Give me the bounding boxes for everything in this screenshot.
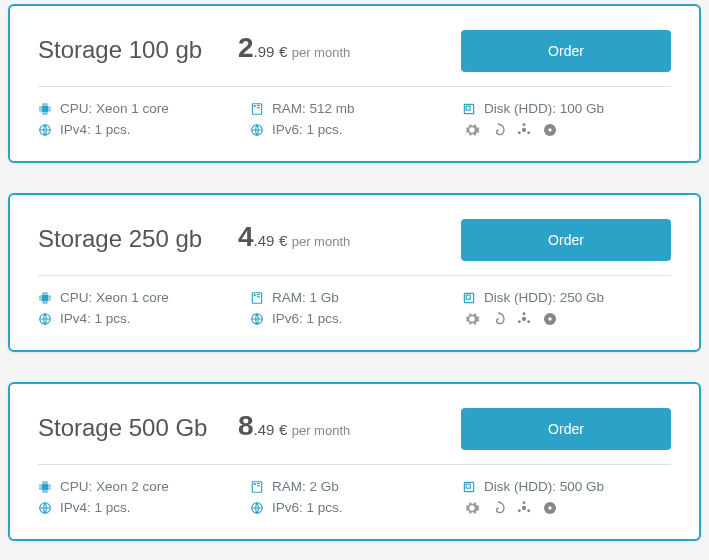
spec-ipv6: IPv6: 1 pcs. <box>250 122 462 137</box>
os-icons <box>462 311 671 327</box>
svg-point-29 <box>548 317 551 320</box>
ubuntu-icon <box>516 500 532 516</box>
spec-ram: RAM: 2 Gb <box>250 479 462 494</box>
price-decimal: .49 <box>254 232 275 249</box>
globe-icon <box>38 123 52 137</box>
svg-rect-23 <box>466 295 470 299</box>
globe-icon <box>250 501 264 515</box>
cpu-icon <box>38 291 52 305</box>
globe-icon <box>38 501 52 515</box>
spec-ipv6-text: IPv6: 1 pcs. <box>272 311 343 326</box>
plan-card: Storage 100 gb 2.99 € per month Order CP… <box>8 4 701 163</box>
plan-price: 4.49 € per month <box>238 219 438 253</box>
svg-point-39 <box>522 506 526 510</box>
svg-rect-30 <box>42 483 49 490</box>
svg-rect-15 <box>42 294 49 301</box>
spec-ipv4: IPv4: 1 pcs. <box>38 122 250 137</box>
plan-title: Storage 250 gb <box>38 219 238 253</box>
spec-ipv4-text: IPv4: 1 pcs. <box>60 122 131 137</box>
debian-icon <box>490 500 506 516</box>
spec-cpu-text: CPU: Xeon 1 core <box>60 101 169 116</box>
price-decimal: .99 <box>254 43 275 60</box>
price-decimal: .49 <box>254 421 275 438</box>
spec-cpu: CPU: Xeon 1 core <box>38 290 250 305</box>
spec-cpu-text: CPU: Xeon 1 core <box>60 290 169 305</box>
plan-specs: CPU: Xeon 1 core IPv4: 1 pcs. RAM: 512 m… <box>38 101 671 143</box>
svg-point-26 <box>527 320 530 323</box>
plan-price: 8.49 € per month <box>238 408 438 442</box>
plan-price: 2.99 € per month <box>238 30 438 64</box>
svg-point-40 <box>523 501 526 504</box>
gear-icon <box>464 122 480 138</box>
spec-disk: Disk (HDD): 500 Gb <box>462 479 671 494</box>
spec-cpu-text: CPU: Xeon 2 core <box>60 479 169 494</box>
plan-header: Storage 250 gb 4.49 € per month Order <box>38 219 671 276</box>
plan-title: Storage 500 Gb <box>38 408 238 442</box>
price-whole: 4 <box>238 221 254 252</box>
debian-icon <box>490 122 506 138</box>
disc-icon <box>542 500 558 516</box>
plan-specs: CPU: Xeon 1 core IPv4: 1 pcs. RAM: 1 Gb … <box>38 290 671 332</box>
order-button[interactable]: Order <box>461 30 671 72</box>
spec-ipv6-text: IPv6: 1 pcs. <box>272 500 343 515</box>
disc-icon <box>542 311 558 327</box>
disk-icon <box>462 291 476 305</box>
disk-icon <box>462 102 476 116</box>
svg-point-33 <box>254 483 255 484</box>
spec-ipv4: IPv4: 1 pcs. <box>38 311 250 326</box>
plan-card: Storage 500 Gb 8.49 € per month Order CP… <box>8 382 701 541</box>
svg-point-11 <box>527 131 530 134</box>
price-whole: 2 <box>238 32 254 63</box>
price-currency: € <box>279 232 287 249</box>
svg-point-9 <box>522 128 526 132</box>
svg-point-42 <box>518 509 521 512</box>
spec-ram-text: RAM: 512 mb <box>272 101 355 116</box>
svg-point-12 <box>518 131 521 134</box>
svg-point-44 <box>548 506 551 509</box>
order-button[interactable]: Order <box>461 408 671 450</box>
disc-icon <box>542 122 558 138</box>
svg-point-14 <box>548 128 551 131</box>
spec-disk-text: Disk (HDD): 250 Gb <box>484 290 604 305</box>
plan-specs: CPU: Xeon 2 core IPv4: 1 pcs. RAM: 2 Gb … <box>38 479 671 521</box>
svg-point-41 <box>527 509 530 512</box>
ram-icon <box>250 291 264 305</box>
spec-ipv4-text: IPv4: 1 pcs. <box>60 500 131 515</box>
price-whole: 8 <box>238 410 254 441</box>
spec-ipv4: IPv4: 1 pcs. <box>38 500 250 515</box>
svg-point-10 <box>523 123 526 126</box>
spec-disk: Disk (HDD): 100 Gb <box>462 101 671 116</box>
svg-point-25 <box>523 312 526 315</box>
spec-ram: RAM: 512 mb <box>250 101 462 116</box>
globe-icon <box>38 312 52 326</box>
gear-icon <box>464 311 480 327</box>
svg-point-24 <box>522 317 526 321</box>
spec-cpu: CPU: Xeon 1 core <box>38 101 250 116</box>
gear-icon <box>464 500 480 516</box>
plan-title: Storage 100 gb <box>38 30 238 64</box>
plan-card: Storage 250 gb 4.49 € per month Order CP… <box>8 193 701 352</box>
price-currency: € <box>279 421 287 438</box>
price-period: per month <box>292 45 351 60</box>
disk-icon <box>462 480 476 494</box>
globe-icon <box>250 123 264 137</box>
debian-icon <box>490 311 506 327</box>
order-button[interactable]: Order <box>461 219 671 261</box>
ram-icon <box>250 480 264 494</box>
cpu-icon <box>38 102 52 116</box>
spec-cpu: CPU: Xeon 2 core <box>38 479 250 494</box>
plan-header: Storage 500 Gb 8.49 € per month Order <box>38 408 671 465</box>
spec-ipv6: IPv6: 1 pcs. <box>250 500 462 515</box>
spec-disk-text: Disk (HDD): 500 Gb <box>484 479 604 494</box>
ubuntu-icon <box>516 311 532 327</box>
price-period: per month <box>292 234 351 249</box>
ubuntu-icon <box>516 122 532 138</box>
price-period: per month <box>292 423 351 438</box>
svg-point-27 <box>518 320 521 323</box>
spec-disk-text: Disk (HDD): 100 Gb <box>484 101 604 116</box>
svg-rect-38 <box>466 484 470 488</box>
spec-ram-text: RAM: 2 Gb <box>272 479 339 494</box>
svg-point-18 <box>254 294 255 295</box>
globe-icon <box>250 312 264 326</box>
spec-ram: RAM: 1 Gb <box>250 290 462 305</box>
